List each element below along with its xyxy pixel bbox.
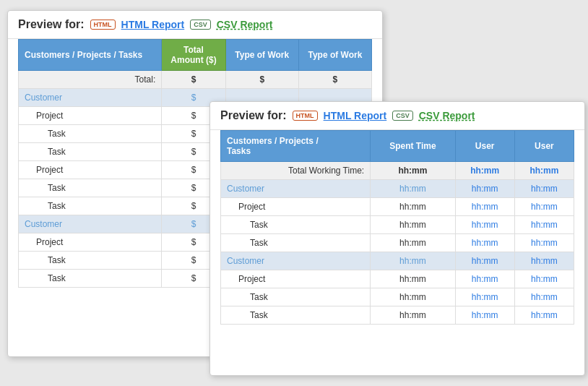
total-val-1-back: $ — [162, 71, 225, 89]
row-val: hh:mm — [455, 306, 514, 325]
row-val: hh:mm — [371, 252, 455, 270]
csv-report-link-front[interactable]: CSV Report — [419, 110, 475, 121]
row-val: hh:mm — [371, 234, 455, 252]
total-working-label: Total Working Time: — [221, 162, 371, 180]
row-val: hh:mm — [514, 180, 574, 198]
front-table: Customers / Projects /Tasks Spent Time U… — [220, 130, 574, 325]
total-label-back: Total: — [19, 71, 162, 89]
row-val: hh:mm — [455, 288, 514, 306]
table-row-total-front: Total Working Time: hh:mm hh:mm hh:mm — [221, 162, 574, 180]
row-val: hh:mm — [455, 252, 514, 270]
preview-header-back: Preview for: HTML HTML Report CSV CSV Re… — [8, 11, 382, 38]
row-val: hh:mm — [455, 234, 514, 252]
row-label: Task — [19, 143, 162, 161]
total-time-val-2: hh:mm — [455, 162, 514, 180]
row-val: hh:mm — [514, 288, 574, 306]
total-val-2-back: $ — [225, 71, 298, 89]
row-label: Task — [19, 197, 162, 215]
table-row: Project hh:mm hh:mm hh:mm — [221, 270, 574, 288]
row-label: Task — [19, 252, 162, 270]
row-val: hh:mm — [514, 270, 574, 288]
table-row: Project hh:mm hh:mm hh:mm — [221, 198, 574, 216]
row-val: hh:mm — [371, 180, 455, 198]
table-row-total-back: Total: $ $ $ — [19, 71, 372, 89]
row-label: Project — [19, 107, 162, 125]
th-type-work-2: Type of Work — [298, 40, 371, 71]
row-label: Task — [221, 288, 371, 306]
csv-badge-front: CSV — [392, 111, 413, 121]
preview-label-front: Preview for: — [220, 109, 287, 122]
row-label: Task — [221, 234, 371, 252]
html-badge-back: HTML — [90, 20, 116, 30]
row-val: hh:mm — [371, 216, 455, 234]
th-type-work-1: Type of Work — [225, 40, 298, 71]
row-val: hh:mm — [514, 198, 574, 216]
total-val-3-back: $ — [298, 71, 371, 89]
total-time-val-3: hh:mm — [514, 162, 574, 180]
th-customers-front: Customers / Projects /Tasks — [221, 131, 371, 162]
th-user-2: User — [514, 131, 574, 162]
table-row: Task hh:mm hh:mm hh:mm — [221, 306, 574, 325]
html-report-link-back[interactable]: HTML Report — [121, 19, 185, 30]
row-val: hh:mm — [514, 234, 574, 252]
row-val: hh:mm — [371, 198, 455, 216]
th-user-1: User — [455, 131, 514, 162]
row-val: hh:mm — [514, 252, 574, 270]
row-label: Customer — [221, 180, 371, 198]
row-label: Task — [19, 125, 162, 143]
preview-label-back: Preview for: — [18, 18, 85, 31]
row-label: Customer — [221, 252, 371, 270]
row-val: hh:mm — [371, 306, 455, 325]
th-spent-time: Spent Time — [371, 131, 455, 162]
row-label: Task — [221, 306, 371, 325]
row-label: Task — [221, 216, 371, 234]
row-val: hh:mm — [514, 306, 574, 325]
row-label: Project — [221, 198, 371, 216]
row-label: Task — [19, 270, 162, 288]
table-wrapper-front: Customers / Projects /Tasks Spent Time U… — [210, 130, 584, 335]
table-row: Customer hh:mm hh:mm hh:mm — [221, 252, 574, 270]
csv-badge-back: CSV — [190, 20, 211, 30]
row-label: Task — [19, 179, 162, 197]
table-row: Task hh:mm hh:mm hh:mm — [221, 216, 574, 234]
row-val: hh:mm — [371, 288, 455, 306]
row-val: hh:mm — [371, 270, 455, 288]
preview-header-front: Preview for: HTML HTML Report CSV CSV Re… — [210, 102, 584, 129]
csv-report-link-back[interactable]: CSV Report — [217, 19, 273, 30]
html-report-link-front[interactable]: HTML Report — [324, 110, 387, 121]
panel-csv-report: Preview for: HTML HTML Report CSV CSV Re… — [209, 101, 585, 376]
row-label: Customer — [19, 89, 162, 107]
row-label: Project — [221, 270, 371, 288]
row-label: Project — [19, 233, 162, 252]
row-val: hh:mm — [514, 216, 574, 234]
table-row: Task hh:mm hh:mm hh:mm — [221, 288, 574, 306]
row-label: Project — [19, 161, 162, 179]
html-badge-front: HTML — [293, 111, 318, 121]
row-val: hh:mm — [455, 270, 514, 288]
total-time-val-1: hh:mm — [371, 162, 455, 180]
row-val: hh:mm — [455, 216, 514, 234]
row-label: Customer — [19, 215, 162, 233]
row-val: hh:mm — [455, 198, 514, 216]
table-row: Task hh:mm hh:mm hh:mm — [221, 234, 574, 252]
th-customers-back: Customers / Projects / Tasks — [19, 40, 162, 71]
th-total-amount: TotalAmount ($) — [162, 40, 225, 71]
table-row: Customer hh:mm hh:mm hh:mm — [221, 180, 574, 198]
row-val: hh:mm — [455, 180, 514, 198]
